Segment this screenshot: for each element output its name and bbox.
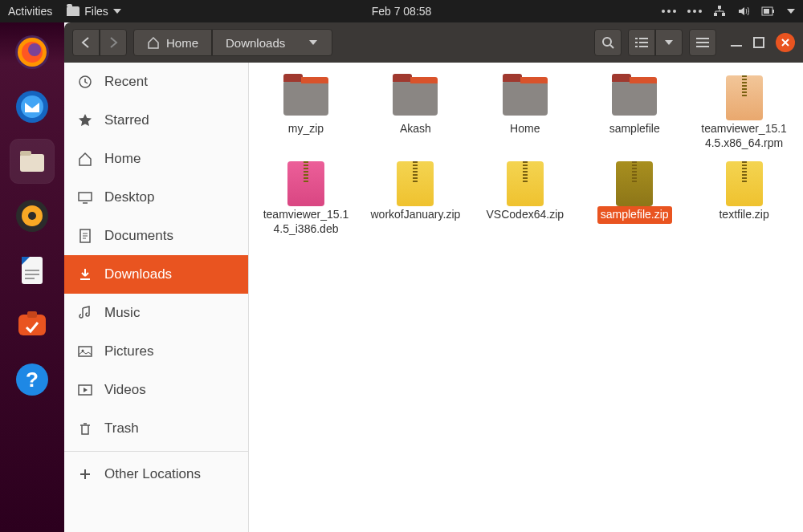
file-label: Akash bbox=[397, 120, 434, 138]
sidebar-item-label: Pictures bbox=[104, 343, 153, 359]
zip-archive-icon bbox=[616, 161, 653, 206]
svg-rect-35 bbox=[731, 45, 742, 47]
dock-app-help[interactable]: ? bbox=[10, 358, 54, 401]
breadcrumb-label: Home bbox=[166, 36, 198, 50]
files-window: Home Downloads bbox=[64, 22, 803, 532]
indicator-icon[interactable] bbox=[662, 10, 676, 13]
rpm-package-icon bbox=[726, 75, 763, 120]
sidebar-item-home[interactable]: Home bbox=[64, 140, 248, 178]
file-item[interactable]: teamviewer_15.14.5.x86_64.rpm bbox=[692, 75, 797, 152]
system-panel: Activities Files Feb 7 08:58 bbox=[0, 0, 803, 22]
view-dropdown-button[interactable] bbox=[655, 29, 683, 56]
headerbar: Home Downloads bbox=[64, 22, 803, 63]
file-label: teamviewer_15.14.5_i386.deb bbox=[258, 206, 354, 238]
dock-app-files[interactable] bbox=[10, 140, 54, 183]
file-label: Home bbox=[507, 120, 543, 138]
volume-icon[interactable] bbox=[737, 5, 750, 18]
zip-archive-icon bbox=[726, 161, 763, 206]
minimize-button[interactable] bbox=[731, 37, 742, 48]
activities-button[interactable]: Activities bbox=[8, 5, 52, 18]
sidebar-item-label: Trash bbox=[104, 420, 139, 437]
file-item[interactable]: Akash bbox=[363, 75, 467, 152]
sidebar-item-videos[interactable]: Videos bbox=[64, 371, 248, 409]
file-item[interactable]: samplefile bbox=[582, 75, 687, 152]
file-item[interactable]: teamviewer_15.14.5_i386.deb bbox=[254, 161, 358, 238]
path-bar: Home Downloads bbox=[133, 29, 332, 56]
back-button[interactable] bbox=[72, 29, 100, 56]
forward-button[interactable] bbox=[100, 29, 127, 56]
sidebar-item-downloads[interactable]: Downloads bbox=[64, 255, 248, 294]
file-pane[interactable]: my_zipAkashHomesamplefileteamviewer_15.1… bbox=[249, 63, 803, 532]
svg-rect-13 bbox=[20, 151, 31, 156]
file-item[interactable]: workofJanuary.zip bbox=[363, 161, 467, 238]
videos-icon bbox=[77, 382, 93, 398]
zip-archive-icon bbox=[507, 161, 544, 206]
file-item[interactable]: textfile.zip bbox=[692, 161, 797, 238]
hamburger-menu-button[interactable] bbox=[689, 29, 716, 56]
svg-rect-26 bbox=[635, 38, 638, 39]
sidebar-item-label: Desktop bbox=[104, 189, 154, 205]
sidebar-other-locations[interactable]: Other Locations bbox=[64, 455, 248, 493]
dock-app-software[interactable] bbox=[10, 303, 54, 347]
sidebar-item-recent[interactable]: Recent bbox=[64, 63, 248, 101]
sidebar-item-label: Home bbox=[104, 151, 141, 167]
sidebar-item-label: Downloads bbox=[104, 266, 172, 282]
svg-rect-18 bbox=[25, 270, 39, 271]
system-menu-chevron-icon[interactable] bbox=[787, 9, 795, 14]
dock-app-rhythmbox[interactable] bbox=[10, 194, 54, 238]
trash-icon bbox=[77, 420, 93, 437]
svg-rect-5 bbox=[764, 9, 769, 14]
view-list-button[interactable] bbox=[628, 29, 655, 56]
file-item[interactable]: samplefile.zip bbox=[582, 161, 687, 238]
search-button[interactable] bbox=[594, 29, 622, 56]
file-item[interactable]: VSCodex64.zip bbox=[473, 161, 577, 238]
sidebar-item-label: Music bbox=[104, 305, 140, 321]
close-button[interactable] bbox=[776, 33, 795, 52]
indicator-icon[interactable] bbox=[687, 10, 702, 13]
star-icon bbox=[77, 112, 93, 128]
app-menu-files[interactable]: Files bbox=[67, 5, 121, 18]
home-icon bbox=[77, 151, 93, 167]
folder-icon bbox=[503, 80, 548, 116]
sidebar-item-documents[interactable]: Documents bbox=[64, 217, 248, 255]
sidebar-item-trash[interactable]: Trash bbox=[64, 409, 248, 448]
sidebar-item-label: Videos bbox=[104, 382, 146, 398]
documents-icon bbox=[77, 228, 93, 244]
folder-icon bbox=[612, 80, 657, 116]
svg-text:?: ? bbox=[26, 368, 39, 392]
file-item[interactable]: my_zip bbox=[254, 75, 358, 152]
nav-buttons bbox=[72, 29, 127, 56]
svg-rect-40 bbox=[79, 347, 92, 356]
sidebar-item-label: Documents bbox=[104, 228, 173, 244]
breadcrumb-downloads[interactable]: Downloads bbox=[212, 29, 332, 56]
dock-app-firefox[interactable] bbox=[10, 30, 54, 74]
svg-rect-36 bbox=[754, 38, 764, 47]
chevron-down-icon bbox=[665, 40, 673, 45]
file-label: teamviewer_15.14.5.x86_64.rpm bbox=[696, 120, 793, 152]
svg-rect-19 bbox=[25, 274, 39, 275]
svg-rect-27 bbox=[639, 38, 648, 39]
svg-rect-12 bbox=[20, 154, 44, 172]
maximize-button[interactable] bbox=[753, 37, 764, 48]
sidebar-item-music[interactable]: Music bbox=[64, 294, 248, 332]
dock-app-writer[interactable] bbox=[10, 249, 54, 292]
sidebar-item-desktop[interactable]: Desktop bbox=[64, 178, 248, 217]
app-menu-label: Files bbox=[84, 5, 108, 18]
svg-rect-38 bbox=[79, 193, 92, 201]
svg-rect-4 bbox=[772, 10, 774, 13]
file-label: my_zip bbox=[285, 120, 327, 138]
file-label: samplefile bbox=[606, 120, 663, 138]
dock-app-thunderbird[interactable] bbox=[10, 85, 54, 128]
file-label: VSCodex64.zip bbox=[483, 206, 568, 224]
breadcrumb-home[interactable]: Home bbox=[133, 29, 212, 56]
plus-icon bbox=[77, 466, 93, 482]
file-item[interactable]: Home bbox=[473, 75, 577, 152]
zip-archive-icon bbox=[397, 161, 434, 206]
folder-icon bbox=[393, 80, 438, 116]
file-label: samplefile.zip bbox=[597, 206, 672, 224]
sidebar-item-starred[interactable]: Starred bbox=[64, 101, 248, 140]
battery-icon[interactable] bbox=[761, 5, 776, 18]
network-icon[interactable] bbox=[713, 5, 726, 18]
sidebar-item-pictures[interactable]: Pictures bbox=[64, 332, 248, 371]
panel-clock[interactable]: Feb 7 08:58 bbox=[372, 5, 432, 18]
